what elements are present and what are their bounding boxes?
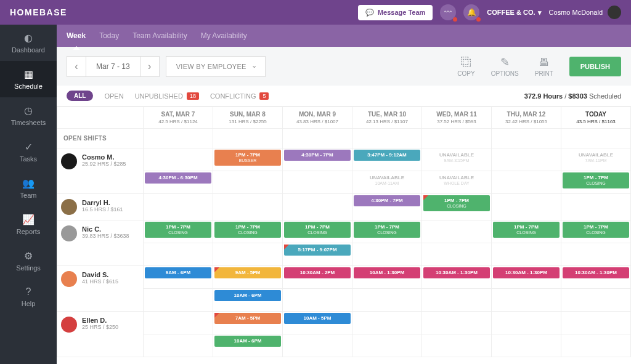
shift-block[interactable]: 1PM - 7PMCLOSING: [493, 222, 560, 238]
schedule-cell[interactable]: [283, 334, 352, 357]
sidebar-item-help[interactable]: ?Help: [0, 279, 57, 315]
schedule-cell[interactable]: [213, 194, 283, 220]
schedule-cell[interactable]: [492, 148, 561, 171]
schedule-cell[interactable]: 1PM - 7PMCLOSING: [352, 220, 422, 243]
schedule-cell[interactable]: [144, 243, 213, 266]
shift-block[interactable]: UNAVAILABLE9AM-3:15PM: [423, 150, 490, 166]
sidebar-item-timesheets[interactable]: ◷Timesheets: [0, 97, 57, 134]
shift-block[interactable]: 10AM - 1:30PM: [354, 267, 420, 278]
sidebar-item-dashboard[interactable]: ◐Dashboard: [0, 25, 57, 61]
shift-block[interactable]: 7AM - 5PM: [214, 313, 281, 324]
employee-cell[interactable]: Cosmo M.25.92 HRS / $285: [57, 148, 143, 174]
filter-all[interactable]: ALL: [67, 91, 93, 101]
schedule-cell[interactable]: 10:30AM - 1:30PM: [561, 266, 631, 289]
schedule-cell[interactable]: [492, 312, 561, 334]
schedule-cell[interactable]: [352, 312, 422, 334]
schedule-cell[interactable]: [422, 220, 492, 243]
schedule-cell[interactable]: 10:30AM - 1:30PM: [492, 266, 561, 289]
shift-block[interactable]: 10:30AM - 1:30PM: [563, 267, 629, 278]
print-button[interactable]: 🖶PRINT: [535, 56, 553, 77]
schedule-cell[interactable]: [492, 194, 561, 220]
shift-block[interactable]: 10AM - 6PM: [214, 290, 281, 301]
shift-block[interactable]: 1PM - 7PMCLOSING: [563, 172, 629, 188]
schedule-cell[interactable]: [492, 243, 561, 266]
filter-open[interactable]: OPEN: [104, 92, 123, 100]
shift-block[interactable]: 1PM - 7PMBUSSER: [214, 150, 281, 166]
notification-icon[interactable]: 🔔: [463, 4, 479, 20]
schedule-cell[interactable]: 4:30PM - 6:30PM: [144, 171, 213, 194]
employee-cell[interactable]: David S.41 HRS / $615: [57, 266, 143, 292]
schedule-cell[interactable]: [144, 289, 213, 312]
schedule-cell[interactable]: [352, 289, 422, 312]
open-shift-cell[interactable]: [144, 129, 213, 148]
schedule-cell[interactable]: [283, 171, 352, 194]
schedule-cell[interactable]: 10AM - 6PM: [213, 289, 283, 312]
shift-block[interactable]: 10:30AM - 2PM: [284, 267, 351, 278]
schedule-cell[interactable]: 10AM - 1:30PM: [352, 266, 422, 289]
open-shift-cell[interactable]: [561, 129, 631, 148]
open-shift-cell[interactable]: [213, 129, 283, 148]
shift-block[interactable]: 4:30PM - 7PM: [354, 195, 420, 206]
shift-block[interactable]: 3:47PM - 9:12AM: [354, 150, 420, 161]
schedule-cell[interactable]: 9AM - 6PM: [144, 266, 213, 289]
shift-block[interactable]: 1PM - 7PMCLOSING: [145, 222, 211, 238]
schedule-cell[interactable]: [422, 289, 492, 312]
schedule-cell[interactable]: 10AM - 6PM: [213, 334, 283, 357]
open-shift-cell[interactable]: [492, 129, 561, 148]
shift-block[interactable]: 4:30PM - 7PM: [284, 150, 351, 161]
tab-my-availability[interactable]: My Availability: [201, 25, 247, 46]
schedule-cell[interactable]: [422, 243, 492, 266]
schedule-cell[interactable]: [283, 194, 352, 220]
schedule-cell[interactable]: [422, 334, 492, 357]
shift-block[interactable]: UNAVAILABLEWHOLE DAY: [423, 172, 490, 188]
message-team-button[interactable]: 💬 Message Team: [358, 5, 433, 20]
sidebar-item-team[interactable]: 👥Team: [0, 170, 57, 206]
schedule-cell[interactable]: 5:17PM - 9:07PM: [283, 243, 352, 266]
schedule-cell[interactable]: 1PM - 7PMCLOSING: [561, 220, 631, 243]
schedule-cell[interactable]: UNAVAILABLE7AM-11PM: [561, 148, 631, 171]
shift-block[interactable]: UNAVAILABLE7AM-11PM: [563, 150, 629, 166]
schedule-cell[interactable]: [561, 243, 631, 266]
sidebar-item-reports[interactable]: 📈Reports: [0, 206, 57, 243]
schedule-cell[interactable]: [144, 148, 213, 171]
open-shift-cell[interactable]: [283, 129, 352, 148]
view-mode-select[interactable]: VIEW BY EMPLOYEE: [166, 56, 266, 77]
shift-block[interactable]: 10:30AM - 1:30PM: [493, 267, 560, 278]
options-button[interactable]: ✎OPTIONS: [491, 55, 519, 77]
shift-block[interactable]: 9AM - 6PM: [145, 267, 211, 278]
schedule-cell[interactable]: [561, 289, 631, 312]
schedule-cell[interactable]: UNAVAILABLE9AM-3:15PM: [422, 148, 492, 171]
schedule-cell[interactable]: 1PM - 7PMCLOSING: [422, 194, 492, 220]
sidebar-item-schedule[interactable]: ▦Schedule: [0, 61, 57, 97]
schedule-cell[interactable]: 4:30PM - 7PM: [352, 194, 422, 220]
shift-block[interactable]: 10:30AM - 1:30PM: [423, 267, 490, 278]
schedule-cell[interactable]: [283, 289, 352, 312]
schedule-cell[interactable]: 10AM - 5PM: [283, 312, 352, 334]
shift-block[interactable]: 4:30PM - 6:30PM: [145, 172, 211, 184]
filter-conflicting[interactable]: CONFLICTING 5: [210, 92, 269, 100]
shift-block[interactable]: UNAVAILABLE10AM-11AM: [354, 172, 420, 188]
schedule-cell[interactable]: 3:47PM - 9:12AM: [352, 148, 422, 171]
user-menu[interactable]: Cosmo McDonald: [549, 6, 621, 19]
open-shift-cell[interactable]: [422, 129, 492, 148]
shift-block[interactable]: 1PM - 7PMCLOSING: [423, 195, 490, 211]
schedule-cell[interactable]: [144, 334, 213, 357]
schedule-cell[interactable]: [492, 334, 561, 357]
employee-cell[interactable]: Ellen D.25 HRS / $250: [57, 312, 143, 338]
date-range[interactable]: Mar 7 - 13: [86, 56, 140, 77]
schedule-cell[interactable]: 7AM - 5PM: [213, 312, 283, 334]
schedule-cell[interactable]: [213, 171, 283, 194]
schedule-cell[interactable]: [492, 289, 561, 312]
schedule-cell[interactable]: [492, 171, 561, 194]
activity-icon[interactable]: 〰: [440, 4, 456, 20]
schedule-cell[interactable]: 4:30PM - 7PM: [283, 148, 352, 171]
schedule-cell[interactable]: [352, 334, 422, 357]
schedule-cell[interactable]: [144, 194, 213, 220]
schedule-cell[interactable]: 1PM - 7PMCLOSING: [561, 171, 631, 194]
shift-block[interactable]: 1PM - 7PMCLOSING: [214, 222, 281, 238]
schedule-cell[interactable]: UNAVAILABLEWHOLE DAY: [422, 171, 492, 194]
schedule-cell[interactable]: [144, 312, 213, 334]
tab-team-availability[interactable]: Team Availability: [132, 25, 187, 46]
schedule-cell[interactable]: [422, 312, 492, 334]
schedule-cell[interactable]: [561, 334, 631, 357]
